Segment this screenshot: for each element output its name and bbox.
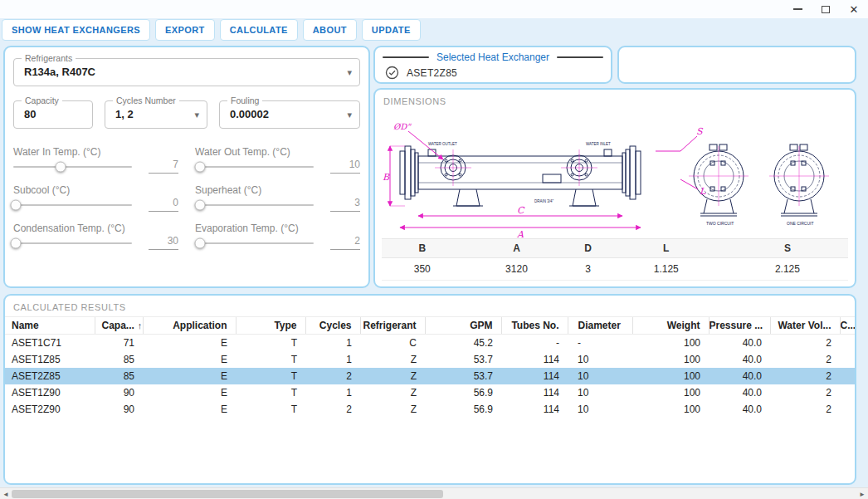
cell[interactable]: 2 <box>770 384 840 401</box>
cell[interactable]: T <box>236 368 305 384</box>
table-row[interactable]: ASET2Z8585ET2Z53.71141010040.02 <box>5 368 856 384</box>
cell[interactable]: ASET1Z85 <box>5 351 95 368</box>
sort-asc-icon[interactable]: ↑ <box>138 320 143 330</box>
table-row[interactable]: ASET2Z9090ET2Z56.91141010040.02 <box>5 401 856 418</box>
slider-value[interactable]: 0 <box>149 197 178 212</box>
cell[interactable]: ASET1Z90 <box>5 384 95 401</box>
cell[interactable]: E <box>143 351 236 368</box>
column-header[interactable]: Diameter <box>568 317 632 335</box>
cell[interactable]: 40.0 <box>709 368 770 384</box>
horizontal-scrollbar[interactable]: ◄ ► <box>0 487 868 499</box>
cell[interactable]: 100 <box>632 401 709 418</box>
cell[interactable]: 100 <box>632 335 709 351</box>
slider-value[interactable]: 10 <box>330 159 360 174</box>
cell[interactable]: 2 <box>770 335 840 351</box>
slider-value[interactable]: 2 <box>330 235 360 250</box>
column-header[interactable]: Cycles <box>305 317 360 335</box>
column-header[interactable]: Water Vol... <box>770 317 840 335</box>
cell[interactable]: 10 <box>568 401 632 418</box>
cell[interactable]: ASET2Z85 <box>5 368 95 384</box>
cell[interactable] <box>840 368 856 384</box>
column-header[interactable]: GPM <box>425 317 501 335</box>
cell[interactable]: 56.9 <box>425 384 501 401</box>
slider-thumb[interactable] <box>194 238 205 249</box>
cell[interactable]: ASET2Z90 <box>5 401 95 418</box>
cell[interactable]: Z <box>360 401 425 418</box>
cell[interactable]: 2 <box>770 368 840 384</box>
column-header[interactable]: Tubes No. <box>501 317 568 335</box>
slider-thumb[interactable] <box>10 200 21 211</box>
update-button[interactable]: UPDATE <box>362 19 421 41</box>
column-header[interactable]: Refrigerant <box>360 317 425 335</box>
cell[interactable]: E <box>143 335 236 351</box>
cell[interactable]: 40.0 <box>709 384 770 401</box>
cell[interactable]: E <box>143 401 236 418</box>
cell[interactable]: 1 <box>305 335 360 351</box>
cell[interactable]: 2 <box>305 401 360 418</box>
cell[interactable] <box>840 401 856 418</box>
about-button[interactable]: ABOUT <box>303 19 357 41</box>
cell[interactable]: 2 <box>770 401 840 418</box>
cell[interactable]: 85 <box>95 368 143 384</box>
fouling-select[interactable]: Fouling 0.00002 ▾ <box>219 100 360 129</box>
cell[interactable] <box>840 335 856 351</box>
cell[interactable]: 40.0 <box>709 401 770 418</box>
capacity-field[interactable]: Capacity 80 <box>13 100 93 129</box>
minimize-button[interactable] <box>783 0 812 18</box>
cell[interactable]: 40.0 <box>709 335 770 351</box>
cell[interactable]: 100 <box>632 384 709 401</box>
calculate-button[interactable]: CALCULATE <box>220 19 298 41</box>
cell[interactable]: 85 <box>95 351 143 368</box>
cell[interactable] <box>840 384 856 401</box>
cell[interactable]: 1 <box>305 384 360 401</box>
column-header[interactable]: Name <box>5 317 95 335</box>
slider-track[interactable] <box>13 242 132 244</box>
slider-value[interactable]: 3 <box>330 197 360 212</box>
cell[interactable]: 90 <box>95 384 143 401</box>
cell[interactable]: 2 <box>770 351 840 368</box>
table-row[interactable]: ASET1C7171ET1C45.2--10040.02 <box>5 335 856 351</box>
cell[interactable]: 100 <box>632 351 709 368</box>
slider-thumb[interactable] <box>10 238 21 249</box>
cell[interactable]: - <box>568 335 632 351</box>
export-button[interactable]: EXPORT <box>155 19 215 41</box>
maximize-button[interactable] <box>812 0 840 18</box>
cycles-number-select[interactable]: Cycles Number 1, 2 ▾ <box>105 100 207 129</box>
cell[interactable]: 114 <box>501 351 568 368</box>
show-heat-exchangers-button[interactable]: SHOW HEAT EXCHANGERS <box>2 19 150 41</box>
cell[interactable]: Z <box>360 368 425 384</box>
cell[interactable]: - <box>501 335 568 351</box>
cell[interactable]: 100 <box>632 368 709 384</box>
cell[interactable]: 45.2 <box>425 335 501 351</box>
cell[interactable]: 2 <box>305 368 360 384</box>
slider-thumb[interactable] <box>194 200 205 211</box>
scroll-left-icon[interactable]: ◄ <box>1 489 11 499</box>
cell[interactable]: 90 <box>95 401 143 418</box>
cell[interactable]: 53.7 <box>425 351 501 368</box>
cell[interactable]: 53.7 <box>425 368 501 384</box>
cell[interactable]: T <box>236 335 305 351</box>
chevron-down-icon[interactable]: ▾ <box>347 67 352 78</box>
cell[interactable]: 40.0 <box>709 351 770 368</box>
column-header[interactable]: Application <box>143 317 236 335</box>
cell[interactable]: C <box>360 335 425 351</box>
slider-value[interactable]: 7 <box>149 159 178 174</box>
close-button[interactable]: ✕ <box>840 0 868 18</box>
cell[interactable]: T <box>236 384 305 401</box>
cell[interactable]: 10 <box>568 368 632 384</box>
cell[interactable]: Z <box>360 351 425 368</box>
slider-track[interactable] <box>13 166 132 168</box>
scroll-right-icon[interactable]: ► <box>857 489 867 499</box>
slider-value[interactable]: 30 <box>149 235 178 250</box>
column-header[interactable]: Pressure ... <box>709 317 770 335</box>
cell[interactable]: 114 <box>501 368 568 384</box>
cell[interactable] <box>840 351 856 368</box>
scrollbar-thumb[interactable] <box>12 490 443 498</box>
chevron-down-icon[interactable]: ▾ <box>347 110 352 120</box>
column-header[interactable]: Capa...↑ <box>95 317 143 335</box>
cell[interactable]: T <box>236 401 305 418</box>
table-row[interactable]: ASET1Z9090ET1Z56.91141010040.02 <box>5 384 856 401</box>
slider-track[interactable] <box>13 204 132 206</box>
column-header[interactable]: C... <box>840 317 856 335</box>
chevron-down-icon[interactable]: ▾ <box>194 110 199 120</box>
